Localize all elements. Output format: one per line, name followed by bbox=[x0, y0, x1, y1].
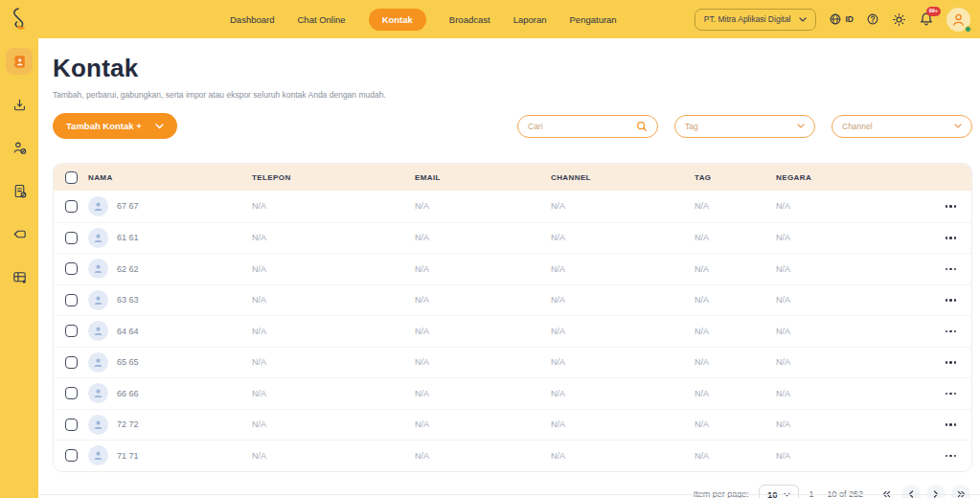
menu-chat-online[interactable]: Chat Online bbox=[297, 14, 345, 25]
row-checkbox[interactable] bbox=[65, 356, 78, 369]
contact-name[interactable]: 67 67 bbox=[117, 201, 139, 211]
row-actions-button[interactable] bbox=[946, 268, 957, 271]
person-icon bbox=[92, 449, 104, 462]
items-per-page-select[interactable]: 10 bbox=[759, 485, 800, 498]
row-checkbox[interactable] bbox=[65, 325, 78, 337]
chevron-down-icon bbox=[797, 124, 805, 128]
notifications-button[interactable]: 99+ bbox=[919, 11, 934, 27]
sidebar-item-import[interactable] bbox=[6, 91, 33, 118]
person-icon bbox=[92, 325, 104, 337]
row-actions-button[interactable] bbox=[946, 237, 957, 239]
sidebar-item-table-settings[interactable] bbox=[6, 263, 33, 290]
sidebar-item-blocked-files[interactable] bbox=[6, 177, 33, 204]
contact-name[interactable]: 64 64 bbox=[117, 327, 139, 336]
menu-pengaturan[interactable]: Pengaturan bbox=[570, 14, 617, 25]
app-logo[interactable] bbox=[0, 7, 38, 32]
table-row: 72 72 N/A N/A N/A N/A N/A bbox=[54, 409, 971, 441]
negara-cell: N/A bbox=[776, 451, 920, 461]
column-header-telepon: TELEPON bbox=[252, 173, 415, 182]
contact-avatar bbox=[88, 259, 108, 279]
row-checkbox[interactable] bbox=[65, 449, 78, 462]
previous-page-button[interactable] bbox=[901, 485, 921, 498]
search-icon[interactable] bbox=[636, 121, 648, 132]
telepon-cell: N/A bbox=[252, 419, 415, 429]
negara-cell: N/A bbox=[776, 419, 920, 429]
column-header-nama: NAMA bbox=[88, 173, 252, 182]
contact-name[interactable]: 65 65 bbox=[117, 357, 139, 367]
table-row: 63 63 N/A N/A N/A N/A N/A bbox=[54, 284, 971, 316]
channel-cell: N/A bbox=[551, 419, 695, 429]
row-checkbox[interactable] bbox=[65, 387, 78, 399]
contact-name[interactable]: 61 61 bbox=[117, 233, 139, 242]
import-tray-icon bbox=[11, 97, 28, 113]
contact-name[interactable]: 63 63 bbox=[117, 295, 139, 305]
contact-name[interactable]: 66 66 bbox=[117, 389, 139, 398]
row-checkbox[interactable] bbox=[65, 200, 78, 213]
person-icon bbox=[92, 294, 104, 306]
sidebar-item-contacts[interactable] bbox=[6, 48, 33, 75]
theme-toggle-button[interactable] bbox=[892, 12, 906, 27]
company-selector[interactable]: PT. Mitra Aplikasi Digital bbox=[695, 9, 816, 31]
row-checkbox[interactable] bbox=[65, 262, 78, 275]
row-actions-button[interactable] bbox=[946, 205, 957, 208]
contact-name[interactable]: 62 62 bbox=[117, 264, 139, 274]
first-page-button[interactable] bbox=[877, 485, 896, 498]
telepon-cell: N/A bbox=[252, 327, 415, 336]
company-selector-value: PT. Mitra Aplikasi Digital bbox=[704, 14, 791, 24]
row-checkbox[interactable] bbox=[65, 419, 78, 431]
row-actions-button[interactable] bbox=[946, 455, 957, 458]
table-row: 66 66 N/A N/A N/A N/A N/A bbox=[54, 377, 971, 409]
sidebar-item-blocked-contacts[interactable] bbox=[6, 134, 33, 161]
chevron-down-icon bbox=[799, 17, 807, 22]
column-header-email: EMAIL bbox=[415, 173, 551, 182]
channel-cell: N/A bbox=[551, 264, 695, 274]
chevron-down-icon bbox=[954, 124, 962, 128]
menu-dashboard[interactable]: Dashboard bbox=[230, 14, 274, 25]
next-page-button[interactable] bbox=[926, 485, 946, 498]
contact-name[interactable]: 71 71 bbox=[117, 451, 139, 461]
last-page-button[interactable] bbox=[951, 485, 970, 498]
row-actions-button[interactable] bbox=[946, 330, 957, 333]
negara-cell: N/A bbox=[776, 233, 920, 242]
select-all-checkbox[interactable] bbox=[65, 171, 78, 184]
contacts-table: NAMA TELEPON EMAIL CHANNEL TAG NEGARA 67… bbox=[53, 163, 972, 472]
contact-avatar bbox=[88, 383, 108, 403]
row-checkbox[interactable] bbox=[65, 232, 78, 244]
sun-icon bbox=[892, 12, 906, 27]
channel-filter[interactable]: Channel bbox=[832, 115, 972, 138]
column-header-channel: CHANNEL bbox=[551, 173, 695, 182]
main-content: Kontak Tambah, perbarui, gabungkan, sert… bbox=[38, 38, 980, 498]
tag-cell: N/A bbox=[695, 419, 776, 429]
add-contact-button[interactable]: Tambah Kontak + bbox=[53, 113, 177, 139]
person-icon bbox=[92, 262, 104, 275]
search-input[interactable] bbox=[528, 122, 630, 131]
row-actions-button[interactable] bbox=[946, 393, 957, 396]
contact-avatar bbox=[88, 196, 108, 216]
channel-cell: N/A bbox=[551, 201, 695, 211]
column-header-tag: TAG bbox=[695, 173, 776, 182]
row-actions-button[interactable] bbox=[946, 361, 957, 364]
menu-kontak[interactable]: Kontak bbox=[369, 9, 426, 31]
menu-laporan[interactable]: Laporan bbox=[513, 14, 547, 25]
negara-cell: N/A bbox=[776, 327, 920, 336]
topbar-controls: PT. Mitra Aplikasi Digital ID bbox=[695, 8, 970, 32]
telepon-cell: N/A bbox=[252, 233, 415, 242]
telepon-cell: N/A bbox=[252, 357, 415, 367]
user-avatar[interactable] bbox=[946, 8, 970, 32]
row-actions-button[interactable] bbox=[946, 423, 957, 426]
menu-broadcast[interactable]: Broadcast bbox=[449, 14, 490, 25]
email-cell: N/A bbox=[415, 419, 551, 429]
blocked-contact-icon bbox=[11, 140, 28, 156]
row-checkbox[interactable] bbox=[65, 294, 78, 306]
row-actions-button[interactable] bbox=[946, 299, 957, 302]
negara-cell: N/A bbox=[776, 201, 920, 211]
notification-badge: 99+ bbox=[926, 7, 941, 16]
help-icon bbox=[866, 12, 879, 26]
help-button[interactable] bbox=[866, 12, 879, 26]
tag-filter[interactable]: Tag bbox=[674, 115, 815, 138]
sidebar-item-tags[interactable] bbox=[6, 220, 33, 247]
tag-cell: N/A bbox=[695, 327, 776, 336]
contact-name[interactable]: 72 72 bbox=[117, 419, 139, 429]
language-selector[interactable]: ID bbox=[829, 12, 855, 26]
table-settings-icon bbox=[11, 269, 28, 285]
